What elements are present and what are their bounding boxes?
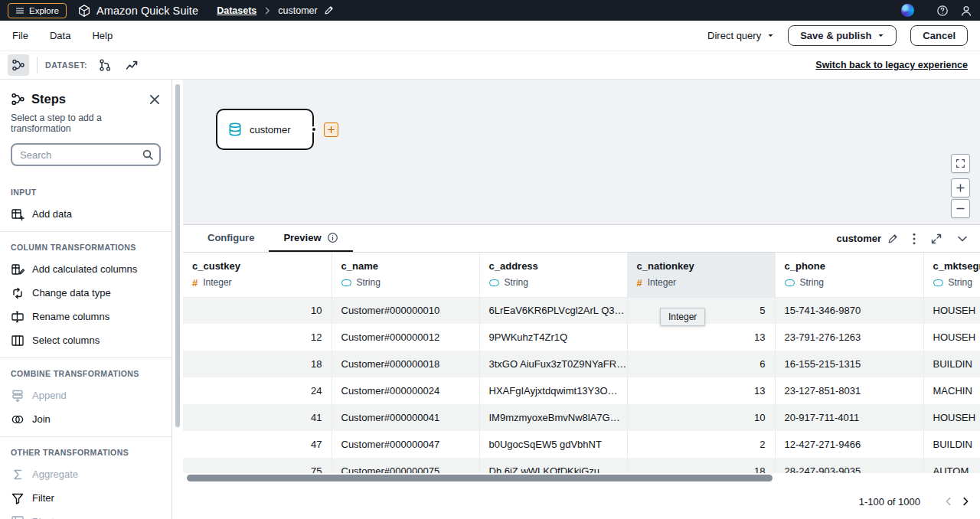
steps-icon bbox=[11, 92, 25, 106]
column-type-label: Integer bbox=[203, 277, 231, 288]
breadcrumb-datasets-link[interactable]: Datasets bbox=[217, 5, 256, 16]
sidebar-item-change-data-type[interactable]: Change data type bbox=[0, 281, 172, 305]
column-name: c_custkey bbox=[192, 260, 322, 272]
close-icon bbox=[149, 93, 161, 106]
add-step-button[interactable] bbox=[324, 122, 338, 137]
table-row: 24Customer#000000024HXAFgIAyjxtdqwimt13Y… bbox=[183, 377, 980, 404]
more-options-button[interactable] bbox=[912, 233, 916, 245]
cell-c_mktsegm: AUTOM bbox=[923, 458, 980, 473]
string-type-icon bbox=[933, 279, 943, 286]
flow-canvas[interactable]: customer bbox=[183, 80, 980, 225]
sidebar-item-rename-columns[interactable]: Rename columns bbox=[0, 305, 172, 328]
cell-c_name: Customer#000000024 bbox=[332, 377, 479, 404]
sidebar-item-add-calculated-columns[interactable]: Add calculated columns bbox=[0, 257, 172, 281]
caret-down-icon bbox=[877, 32, 884, 39]
menu-bar: File Data Help Direct query Save & publi… bbox=[0, 21, 980, 51]
column-header-c_nationkey[interactable]: c_nationkey#Integer bbox=[627, 253, 775, 297]
sidebar-section: INPUTAdd data bbox=[0, 177, 172, 231]
type-tooltip: Integer bbox=[660, 308, 705, 326]
pagination-bar: 1-100 of 1000 bbox=[183, 484, 980, 519]
sidebar-item-select-columns[interactable]: Select columns bbox=[0, 328, 172, 352]
column-type: String bbox=[489, 277, 618, 288]
steps-panel-toggle-button[interactable] bbox=[8, 54, 29, 76]
tab-configure[interactable]: Configure bbox=[193, 225, 269, 252]
user-icon[interactable] bbox=[960, 5, 972, 17]
horizontal-scrollbar-thumb[interactable] bbox=[187, 475, 773, 481]
close-steps-button[interactable] bbox=[149, 93, 161, 106]
sidebar-item-label: Select columns bbox=[32, 335, 100, 346]
collapse-panel-button[interactable] bbox=[956, 233, 969, 245]
visualize-trend-icon[interactable] bbox=[122, 56, 141, 75]
cell-c_name: Customer#000000018 bbox=[332, 351, 479, 377]
sidebar-item-join[interactable]: Join bbox=[0, 407, 172, 431]
direct-query-dropdown[interactable]: Direct query bbox=[707, 30, 774, 41]
minus-icon bbox=[956, 204, 965, 214]
edit-dataset-name-icon[interactable] bbox=[324, 5, 334, 15]
database-icon bbox=[227, 122, 243, 137]
info-icon[interactable] bbox=[327, 232, 338, 243]
sidebar-section-label: OTHER TRANSFORMATIONS bbox=[0, 441, 172, 462]
steps-header: Steps bbox=[0, 80, 172, 106]
sidebar-item-label: Add calculated columns bbox=[32, 263, 137, 275]
menu-data[interactable]: Data bbox=[50, 30, 70, 41]
cell-c_nationkey: 2 bbox=[627, 431, 775, 458]
pagination-text: 1-100 of 1000 bbox=[859, 496, 920, 508]
menu-file[interactable]: File bbox=[12, 30, 28, 41]
tab-label: Configure bbox=[207, 232, 254, 243]
column-header-c_custkey[interactable]: c_custkey#Integer bbox=[183, 253, 332, 297]
dataset-branch-icon[interactable] bbox=[95, 56, 114, 75]
cell-c_mktsegm: HOUSEH bbox=[923, 324, 980, 351]
column-header-c_mktsegm[interactable]: c_mktsegmString bbox=[923, 253, 980, 297]
expand-panel-button[interactable] bbox=[930, 233, 942, 245]
kebab-icon bbox=[912, 233, 916, 245]
sidebar-section: COLUMN TRANSFORMATIONSAdd calculated col… bbox=[0, 231, 172, 357]
edit-name-icon[interactable] bbox=[887, 233, 898, 244]
menu-help[interactable]: Help bbox=[92, 30, 113, 41]
explore-button[interactable]: Explore bbox=[8, 3, 67, 18]
column-type: String bbox=[933, 277, 980, 288]
panel-tabs: Configure Preview customer bbox=[183, 225, 980, 253]
column-type: #Integer bbox=[637, 277, 766, 288]
column-header-c_phone[interactable]: c_phoneString bbox=[775, 253, 923, 297]
node-label: customer bbox=[250, 124, 290, 135]
next-page-button[interactable] bbox=[957, 493, 974, 510]
help-icon[interactable] bbox=[936, 5, 949, 17]
sidebar-item-add-data[interactable]: Add data bbox=[0, 202, 172, 226]
assistant-icon[interactable] bbox=[901, 4, 914, 17]
sidebar-section-label: COLUMN TRANSFORMATIONS bbox=[0, 236, 172, 257]
caret-down-icon bbox=[767, 32, 774, 39]
preview-panel: Configure Preview customer bbox=[183, 225, 980, 519]
cancel-button[interactable]: Cancel bbox=[910, 25, 968, 46]
table-header-row: c_custkey#Integerc_nameStringc_addressSt… bbox=[183, 253, 980, 297]
legacy-experience-link[interactable]: Switch back to legacy experience bbox=[815, 60, 968, 70]
zoom-out-button[interactable] bbox=[951, 199, 970, 218]
main-area: Steps Select a step to add a transformat… bbox=[0, 80, 980, 519]
fit-view-button[interactable] bbox=[951, 154, 970, 173]
plus-icon bbox=[327, 126, 335, 134]
tab-preview[interactable]: Preview bbox=[269, 225, 352, 252]
menu-actions: Direct query Save & publish Cancel bbox=[707, 25, 968, 46]
column-header-c_name[interactable]: c_nameString bbox=[332, 253, 479, 297]
dataset-node-customer[interactable]: customer bbox=[216, 109, 314, 150]
chevron-right-icon bbox=[960, 496, 971, 507]
save-publish-button[interactable]: Save & publish bbox=[788, 25, 897, 46]
zoom-in-button[interactable] bbox=[951, 178, 970, 197]
sidebar-item-filter[interactable]: Filter bbox=[0, 486, 172, 510]
table-row: 12Customer#0000000129PWKuhzT4Zr1Q1323-79… bbox=[183, 324, 980, 351]
cell-c_mktsegm: BUILDIN bbox=[923, 351, 980, 377]
column-type-label: String bbox=[949, 277, 972, 288]
select-columns-icon bbox=[11, 334, 24, 348]
breadcrumb: Datasets customer bbox=[217, 5, 334, 16]
cell-c_address: 9PWKuhzT4Zr1Q bbox=[479, 324, 627, 351]
explore-label: Explore bbox=[29, 6, 59, 15]
tab-label: Preview bbox=[283, 232, 321, 243]
vertical-scrollbar-thumb[interactable] bbox=[175, 84, 180, 427]
cell-c_mktsegm: HOUSEH bbox=[923, 404, 980, 431]
column-header-c_address[interactable]: c_addressString bbox=[479, 253, 627, 297]
topbar-actions bbox=[901, 4, 972, 17]
sidebar-sections: INPUTAdd dataCOLUMN TRANSFORMATIONSAdd c… bbox=[0, 177, 172, 519]
sidebar-section-label: INPUT bbox=[0, 181, 172, 202]
search-input[interactable] bbox=[11, 143, 161, 166]
panel-actions: customer bbox=[836, 225, 980, 252]
fit-view-icon bbox=[956, 158, 965, 168]
